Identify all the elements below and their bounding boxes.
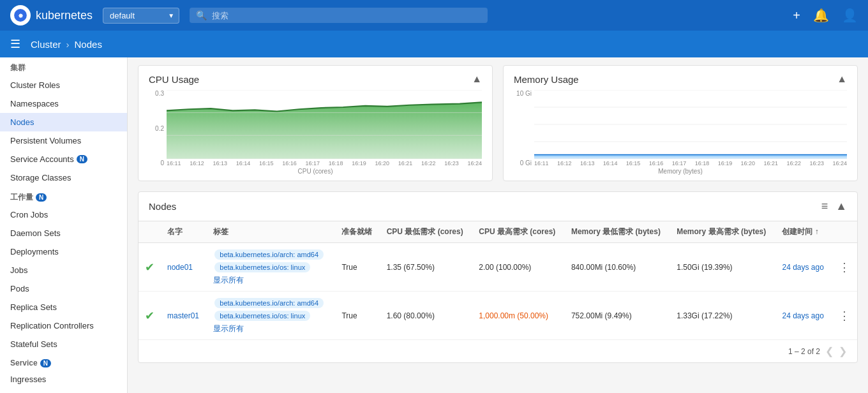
sidebar-item-jobs[interactable]: Jobs bbox=[0, 261, 127, 279]
show-all-link[interactable]: 显示所有 bbox=[213, 275, 329, 286]
node-name-link[interactable]: node01 bbox=[167, 263, 193, 272]
pagination: 1 – 2 of 2 ❮ ❯ bbox=[138, 340, 857, 362]
sidebar-item-nodes[interactable]: Nodes bbox=[0, 113, 127, 131]
app-logo: ⎈ kubernetes bbox=[10, 5, 93, 26]
breadcrumb-sep: › bbox=[66, 39, 70, 50]
sidebar-group-workloads: 工作量 N bbox=[0, 187, 127, 205]
search-icon: 🔍 bbox=[196, 10, 207, 20]
cpu-min-cell: 1.60 (80.00%) bbox=[380, 292, 473, 340]
svg-text:⎈: ⎈ bbox=[19, 11, 24, 19]
mem-chart-svg bbox=[534, 90, 847, 159]
cpu-chart-header: CPU Usage ▲ bbox=[149, 73, 482, 85]
table-row: ✔ master01 beta.kubernetes.io/arch: amd6… bbox=[138, 292, 857, 340]
col-name: 名字 bbox=[161, 221, 207, 243]
cpu-chart-svg bbox=[167, 90, 482, 159]
created-link[interactable]: 24 days ago bbox=[782, 311, 823, 320]
workloads-badge: N bbox=[36, 193, 47, 202]
add-button[interactable]: + bbox=[793, 8, 800, 23]
mem-min-cell: 752.00Mi (9.49%) bbox=[565, 292, 670, 340]
mem-chart-card: Memory Usage ▲ 10 Gi 0 Gi bbox=[503, 65, 858, 181]
main-layout: 集群 Cluster Roles Namespaces Nodes Persis… bbox=[0, 57, 868, 393]
search-input[interactable] bbox=[212, 11, 481, 20]
ready-cell: True bbox=[335, 243, 380, 292]
sidebar-item-stateful-sets[interactable]: Stateful Sets bbox=[0, 335, 127, 353]
row-more-button[interactable]: ⋮ bbox=[839, 309, 850, 322]
mem-chart-collapse[interactable]: ▲ bbox=[837, 73, 847, 85]
k8s-logo-icon: ⎈ bbox=[10, 5, 31, 26]
col-actions bbox=[832, 221, 857, 243]
sidebar-item-services[interactable]: Services bbox=[0, 389, 127, 393]
created-link[interactable]: 24 days ago bbox=[782, 263, 823, 272]
namespace-selector[interactable]: default ▼ bbox=[103, 8, 179, 24]
sidebar-item-daemon-sets[interactable]: Daemon Sets bbox=[0, 224, 127, 242]
show-all-link[interactable]: 显示所有 bbox=[213, 323, 329, 334]
cpu-chart-card: CPU Usage ▲ 0.3 0.2 0 bbox=[138, 65, 493, 181]
sidebar-item-storage-classes[interactable]: Storage Classes bbox=[0, 168, 127, 187]
charts-row: CPU Usage ▲ 0.3 0.2 0 bbox=[138, 65, 858, 181]
mem-chart-area: 10 Gi 0 Gi bbox=[514, 90, 847, 173]
svg-marker-12 bbox=[534, 155, 847, 159]
col-mem-min: Memory 最低需求 (bytes) bbox=[565, 221, 670, 243]
sidebar-item-deployments[interactable]: Deployments bbox=[0, 242, 127, 261]
cpu-chart-title: CPU Usage bbox=[149, 74, 199, 85]
label-chip: beta.kubernetes.io/os: linux bbox=[214, 262, 310, 272]
label-chip: beta.kubernetes.io/os: linux bbox=[214, 311, 310, 321]
content-area: CPU Usage ▲ 0.3 0.2 0 bbox=[128, 57, 868, 393]
collapse-table-icon[interactable]: ▲ bbox=[835, 200, 847, 213]
sidebar-item-cluster-roles[interactable]: Cluster Roles bbox=[0, 76, 127, 94]
nodes-table: 名字 标签 准备就绪 CPU 最低需求 (cores) CPU 最高需求 (co… bbox=[138, 221, 857, 340]
node-name-link[interactable]: master01 bbox=[167, 311, 199, 320]
cpu-max-cell: 1,000.00m (50.00%) bbox=[472, 292, 565, 340]
ready-cell: True bbox=[335, 292, 380, 340]
col-mem-max: Memory 最高需求 (bytes) bbox=[670, 221, 775, 243]
status-ok-icon: ✔ bbox=[145, 309, 154, 322]
cpu-min-cell: 1.35 (67.50%) bbox=[380, 243, 473, 292]
sidebar-item-replication-controllers[interactable]: Replication Controllers bbox=[0, 316, 127, 335]
col-status bbox=[138, 221, 161, 243]
namespace-select[interactable]: default bbox=[103, 8, 179, 24]
table-header: Nodes ≡ ▲ bbox=[138, 192, 857, 221]
table-row: ✔ node01 beta.kubernetes.io/arch: amd64 … bbox=[138, 243, 857, 292]
label-chip: beta.kubernetes.io/arch: amd64 bbox=[214, 298, 324, 308]
mem-chart-header: Memory Usage ▲ bbox=[514, 73, 847, 85]
hamburger-icon[interactable]: ☰ bbox=[10, 37, 20, 51]
breadcrumb-cluster[interactable]: Cluster bbox=[31, 39, 61, 50]
service-badge: N bbox=[40, 359, 51, 367]
sidebar-item-persistent-volumes[interactable]: Persistent Volumes bbox=[0, 131, 127, 150]
notification-icon[interactable]: 🔔 bbox=[813, 8, 829, 23]
app-name: kubernetes bbox=[36, 9, 93, 22]
sidebar-item-cron-jobs[interactable]: Cron Jobs bbox=[0, 205, 127, 224]
nodes-table-card: Nodes ≡ ▲ 名字 标签 准备就绪 CPU 最低需求 (cores) CP… bbox=[138, 191, 858, 363]
cpu-y-label: CPU (cores) bbox=[149, 168, 482, 175]
status-ok-icon: ✔ bbox=[145, 261, 154, 274]
mem-y-label: Memory (bytes) bbox=[514, 168, 847, 175]
col-ready: 准备就绪 bbox=[335, 221, 380, 243]
mem-max-cell: 1.33Gi (17.22%) bbox=[670, 292, 775, 340]
row-more-button[interactable]: ⋮ bbox=[839, 261, 850, 274]
user-avatar[interactable]: 👤 bbox=[842, 8, 858, 23]
cpu-max-cell: 2.00 (100.00%) bbox=[472, 243, 565, 292]
sidebar-item-namespaces[interactable]: Namespaces bbox=[0, 94, 127, 113]
col-created: 创建时间 ↑ bbox=[775, 221, 832, 243]
mem-min-cell: 840.00Mi (10.60%) bbox=[565, 243, 670, 292]
next-page-button[interactable]: ❯ bbox=[839, 345, 847, 357]
top-nav: ⎈ kubernetes default ▼ 🔍 + 🔔 👤 bbox=[0, 0, 868, 31]
mem-chart-title: Memory Usage bbox=[514, 74, 579, 85]
table-actions: ≡ ▲ bbox=[821, 200, 847, 213]
col-cpu-min: CPU 最低需求 (cores) bbox=[380, 221, 473, 243]
sidebar-item-service-accounts[interactable]: Service Accounts N bbox=[0, 150, 127, 168]
col-labels: 标签 bbox=[207, 221, 335, 243]
col-cpu-max: CPU 最高需求 (cores) bbox=[472, 221, 565, 243]
sidebar: 集群 Cluster Roles Namespaces Nodes Persis… bbox=[0, 57, 128, 393]
breadcrumb-current: Nodes bbox=[75, 39, 102, 50]
breadcrumb-bar: ☰ Cluster › Nodes bbox=[0, 31, 868, 57]
svg-marker-2 bbox=[167, 102, 482, 159]
cpu-chart-collapse[interactable]: ▲ bbox=[472, 73, 482, 85]
sidebar-item-pods[interactable]: Pods bbox=[0, 279, 127, 298]
table-title: Nodes bbox=[149, 201, 176, 212]
prev-page-button[interactable]: ❮ bbox=[825, 345, 834, 357]
filter-icon[interactable]: ≡ bbox=[821, 200, 828, 213]
sidebar-item-replica-sets[interactable]: Replica Sets bbox=[0, 298, 127, 316]
service-accounts-badge: N bbox=[77, 155, 87, 163]
sidebar-item-ingresses[interactable]: Ingresses bbox=[0, 370, 127, 389]
